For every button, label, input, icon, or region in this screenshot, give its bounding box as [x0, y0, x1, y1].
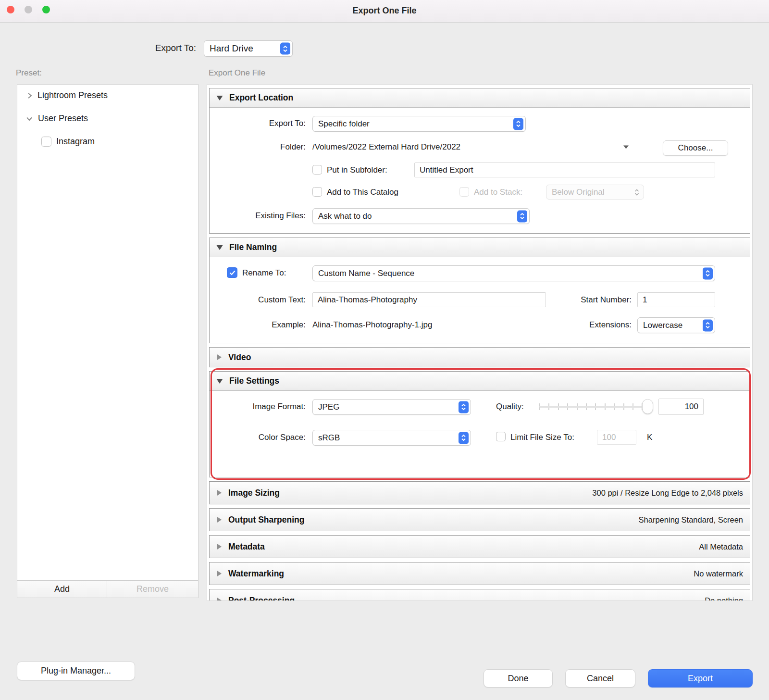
choose-folder-button[interactable]: Choose... — [663, 140, 728, 156]
preset-list: Lightroom Presets User Presets Instagram — [17, 84, 198, 580]
limit-file-size-checkbox[interactable] — [496, 432, 506, 441]
section-file-settings-header[interactable]: File Settings — [210, 372, 750, 391]
start-number-value: 1 — [643, 295, 647, 305]
section-summary: No watermark — [694, 569, 743, 578]
done-button[interactable]: Done — [484, 669, 553, 688]
custom-text-field[interactable]: Alina-Thomas-Photography — [312, 292, 546, 307]
cancel-button-label: Cancel — [587, 674, 614, 684]
folder-menu-icon[interactable] — [623, 145, 629, 150]
add-button-label: Add — [54, 584, 70, 594]
extensions-dropdown[interactable]: Lowercase — [637, 317, 715, 333]
limit-file-size-field: 100 — [597, 430, 636, 445]
stepper-icon — [459, 432, 469, 444]
color-space-dropdown[interactable]: sRGB — [312, 430, 471, 446]
add-to-stack-label: Add to Stack: — [474, 188, 522, 197]
preset-label: Preset: — [16, 68, 42, 78]
disclosure-closed-icon[interactable] — [216, 516, 222, 523]
sidebar-item-lightroom-presets[interactable]: Lightroom Presets — [27, 90, 108, 100]
plugin-manager-button[interactable]: Plug-in Manager... — [17, 662, 135, 680]
custom-text-label: Custom Text: — [210, 295, 306, 305]
section-output-sharpening-header[interactable]: Output Sharpening Sharpening Standard, S… — [210, 509, 750, 531]
section-summary: 300 ppi / Resize Long Edge to 2,048 pixe… — [592, 488, 743, 498]
image-format-label: Image Format: — [210, 402, 306, 412]
quality-label: Quality: — [496, 402, 524, 412]
section-title: Output Sharpening — [228, 515, 304, 525]
section-image-sizing: Image Sizing 300 ppi / Resize Long Edge … — [209, 481, 750, 504]
add-preset-button[interactable]: Add — [17, 580, 107, 598]
section-file-settings: File Settings Image Format: JPEG Quality… — [209, 371, 750, 477]
color-space-value: sRGB — [318, 433, 340, 443]
location-export-to-dropdown[interactable]: Specific folder — [312, 116, 526, 132]
section-title: Metadata — [228, 542, 265, 552]
disclosure-closed-icon[interactable] — [216, 570, 222, 577]
section-summary: Do nothing — [705, 596, 743, 601]
section-post-processing-header[interactable]: Post-Processing Do nothing — [210, 589, 750, 601]
add-to-stack-dropdown: Below Original — [546, 185, 644, 200]
existing-files-dropdown[interactable]: Ask what to do — [312, 208, 530, 224]
chevron-right-icon — [27, 92, 33, 100]
section-post-processing: Post-Processing Do nothing — [209, 589, 750, 601]
window-titlebar: Export One File — [0, 0, 769, 23]
instagram-checkbox[interactable] — [41, 137, 51, 147]
section-metadata-header[interactable]: Metadata All Metadata — [210, 536, 750, 558]
sidebar-item-label: Instagram — [56, 137, 95, 147]
put-in-subfolder-checkbox[interactable] — [312, 165, 322, 175]
stepper-icon — [703, 267, 713, 279]
example-value: Alina-Thomas-Photography-1.jpg — [312, 320, 432, 330]
section-summary: All Metadata — [699, 542, 743, 551]
add-to-stack-checkbox — [459, 187, 469, 197]
sidebar-item-user-presets[interactable]: User Presets — [25, 113, 88, 124]
disclosure-closed-icon[interactable] — [216, 354, 222, 361]
limit-file-size-label: Limit File Size To: — [510, 433, 574, 442]
chevron-down-icon — [25, 115, 33, 122]
export-button[interactable]: Export — [648, 669, 753, 688]
start-number-field[interactable]: 1 — [637, 292, 715, 307]
stepper-icon — [459, 401, 469, 413]
quality-slider-knob[interactable] — [642, 399, 653, 414]
subfolder-name-field[interactable]: Untitled Export — [414, 162, 715, 177]
remove-preset-button: Remove — [107, 580, 198, 598]
limit-file-size-unit: K — [647, 433, 652, 442]
quality-slider-track[interactable] — [539, 406, 652, 408]
disclosure-open-icon[interactable] — [216, 378, 223, 384]
disclosure-closed-icon[interactable] — [216, 489, 222, 496]
stepper-icon — [517, 210, 527, 222]
rename-to-checkbox[interactable] — [227, 267, 237, 278]
section-image-sizing-header[interactable]: Image Sizing 300 ppi / Resize Long Edge … — [210, 482, 750, 504]
location-export-to-value: Specific folder — [318, 119, 370, 129]
section-file-naming-header[interactable]: File Naming — [210, 238, 750, 257]
section-output-sharpening: Output Sharpening Sharpening Standard, S… — [209, 508, 750, 531]
section-export-location: Export Location Export To: Specific fold… — [209, 88, 750, 234]
rename-template-dropdown[interactable]: Custom Name - Sequence — [312, 265, 715, 281]
section-export-location-header[interactable]: Export Location — [210, 88, 750, 108]
cancel-button[interactable]: Cancel — [565, 669, 635, 688]
section-video-header[interactable]: Video — [210, 348, 750, 367]
section-watermarking-header[interactable]: Watermarking No watermark — [210, 562, 750, 585]
disclosure-open-icon[interactable] — [216, 245, 223, 250]
extensions-value: Lowercase — [643, 321, 682, 330]
export-to-dropdown[interactable]: Hard Drive — [204, 40, 293, 57]
section-video: Video — [209, 347, 750, 367]
stepper-icon — [703, 319, 713, 331]
add-to-catalog-checkbox[interactable] — [312, 187, 322, 197]
add-to-stack-value: Below Original — [552, 188, 605, 197]
disclosure-open-icon[interactable] — [216, 95, 223, 101]
disclosure-closed-icon[interactable] — [216, 597, 222, 601]
image-format-dropdown[interactable]: JPEG — [312, 399, 471, 415]
sidebar-item-instagram[interactable]: Instagram — [41, 137, 95, 147]
subfolder-name-value: Untitled Export — [420, 165, 473, 175]
extensions-label: Extensions: — [517, 320, 632, 330]
section-file-naming: File Naming Rename To: Custom Name - Seq… — [209, 238, 750, 343]
section-title: Post-Processing — [228, 596, 295, 601]
section-metadata: Metadata All Metadata — [209, 535, 750, 558]
rename-to-label: Rename To: — [242, 268, 286, 278]
folder-path: /Volumes/2022 External Hard Drive/2022 — [312, 142, 460, 152]
disclosure-closed-icon[interactable] — [216, 543, 222, 550]
add-to-catalog-label: Add to This Catalog — [327, 188, 398, 197]
window-title: Export One File — [0, 6, 769, 16]
export-settings-panel: Export Location Export To: Specific fold… — [207, 84, 753, 601]
quality-value-field[interactable]: 100 — [658, 399, 704, 415]
panel-title: Export One File — [209, 68, 265, 78]
section-title: File Settings — [229, 376, 279, 386]
start-number-label: Start Number: — [517, 295, 632, 305]
